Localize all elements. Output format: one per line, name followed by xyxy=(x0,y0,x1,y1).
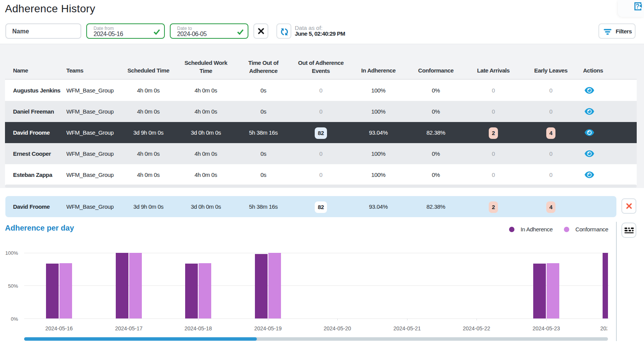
svg-text:?: ? xyxy=(636,3,639,10)
